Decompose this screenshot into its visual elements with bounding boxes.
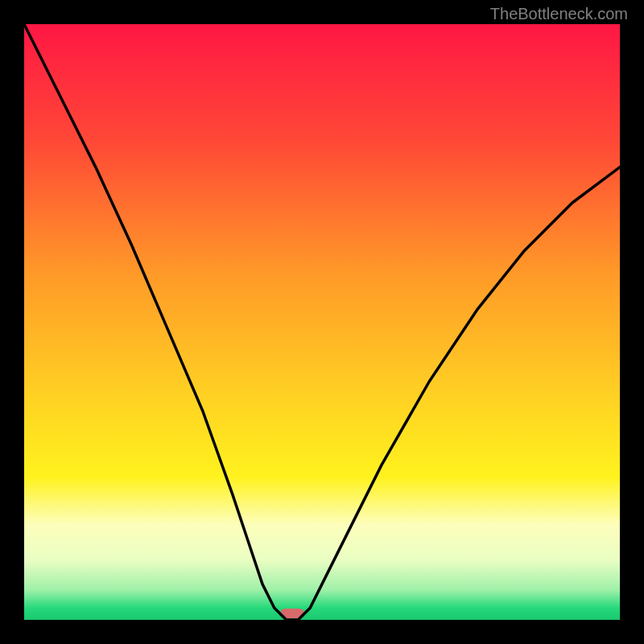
- bottleneck-chart: [24, 24, 620, 620]
- chart-svg: [24, 24, 620, 620]
- chart-background: [24, 24, 620, 620]
- watermark-text: TheBottleneck.com: [490, 5, 628, 23]
